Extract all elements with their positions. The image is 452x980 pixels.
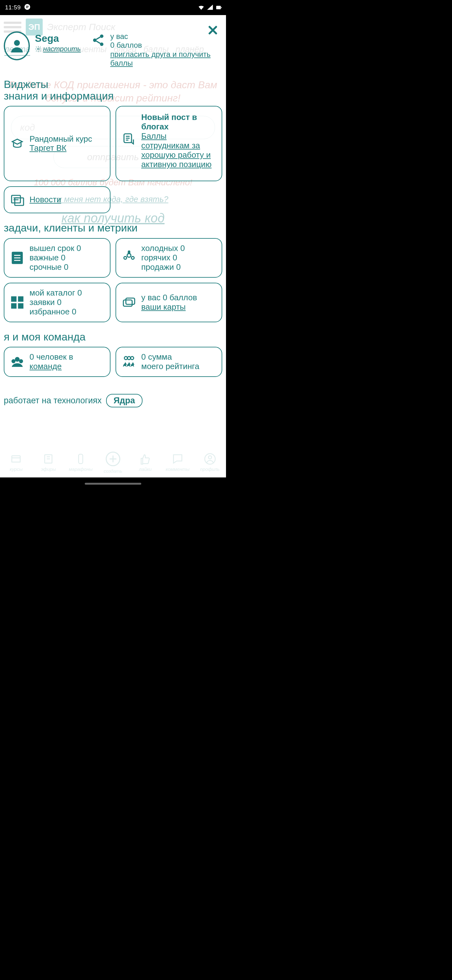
widget-points-cards[interactable]: у вас 0 баллов ваши карты (116, 283, 222, 322)
team-link[interactable]: команде (30, 361, 62, 371)
catalog-requests: заявки 0 (30, 298, 82, 307)
widget-random-course[interactable]: Рандомный курс Таргет ВК (4, 106, 111, 181)
grid-icon (10, 294, 25, 310)
course-icon (10, 136, 25, 151)
widget-team-count[interactable]: 0 человек в команде (4, 347, 111, 377)
svg-rect-1 (216, 6, 221, 10)
svg-point-8 (14, 40, 20, 46)
widget-news[interactable]: Новости (4, 186, 111, 213)
points-label: у вас (110, 32, 222, 41)
widget-blog-post[interactable]: Новый пост в блогах Баллы сотрудникам за… (116, 106, 222, 181)
avatar[interactable] (4, 32, 30, 60)
svg-rect-15 (15, 198, 24, 205)
svg-rect-23 (12, 304, 16, 308)
checklist-icon (10, 250, 25, 266)
section-widgets-title: Виджеты знания и информация (4, 78, 222, 102)
settings-link[interactable]: настроить (35, 45, 81, 53)
gear-icon (35, 46, 42, 52)
invite-friend-link[interactable]: пригласить друга и получить баллы (110, 50, 222, 68)
team-icon (10, 354, 25, 370)
status-time: 11:59 (5, 4, 21, 11)
svg-rect-2 (221, 7, 222, 8)
news-icon (10, 192, 25, 208)
section-team-title: я и моя команда (4, 331, 222, 343)
widget-clients[interactable]: $ холодных 0 горячих 0 продажи 0 (116, 238, 222, 278)
svg-rect-25 (123, 300, 132, 306)
svg-point-29 (19, 360, 22, 363)
svg-point-9 (38, 48, 40, 50)
widget-catalog[interactable]: мой каталог 0 заявки 0 избранное 0 (4, 283, 111, 322)
share-icon[interactable] (91, 33, 105, 47)
team-count: 0 человек в (30, 352, 73, 361)
nav-home-pill[interactable] (85, 483, 141, 485)
tech-prefix: работает на технологиях (4, 396, 102, 406)
svg-point-27 (15, 358, 19, 361)
widget-rating[interactable]: 0 сумма моего рейтинга (116, 347, 222, 377)
svg-point-19 (132, 257, 134, 259)
svg-text:$: $ (128, 251, 130, 254)
svg-point-28 (12, 360, 15, 363)
wifi-icon (198, 4, 205, 11)
status-notif-icon (24, 3, 31, 12)
svg-point-10 (100, 35, 103, 38)
catalog-count: мой каталог 0 (30, 288, 82, 298)
widgets-overlay: Sega настроить у вас 0 баллов пригласить… (0, 15, 226, 477)
battery-icon (215, 4, 222, 11)
signal-icon (206, 4, 213, 11)
svg-point-31 (127, 356, 130, 360)
clients-icon: $ (121, 250, 137, 266)
svg-rect-22 (19, 297, 23, 301)
rating-label: моего рейтинга (141, 362, 199, 371)
rating-icon (121, 354, 137, 370)
tasks-urgent: срочные 0 (30, 262, 81, 272)
cards-icon (121, 294, 137, 310)
catalog-fav: избранное 0 (30, 307, 82, 317)
svg-rect-24 (19, 304, 23, 308)
profile-name: Sega (35, 33, 81, 44)
clients-cold: холодных 0 (141, 244, 185, 253)
svg-point-32 (130, 356, 134, 360)
tech-pill[interactable]: Ядра (106, 394, 143, 407)
svg-point-11 (93, 39, 97, 42)
svg-point-18 (124, 257, 127, 259)
blog-icon (121, 131, 137, 147)
system-nav-bar (0, 477, 226, 490)
svg-rect-26 (126, 298, 135, 304)
clients-sales: продажи 0 (141, 262, 185, 272)
widget-blog-title: Новый пост в блогах (141, 113, 217, 132)
svg-rect-21 (12, 297, 16, 301)
section-tasks-title: задачи, клиенты и метрики (4, 222, 222, 234)
svg-point-12 (100, 42, 103, 46)
widget-news-link[interactable]: Новости (30, 195, 61, 204)
points-value: 0 баллов (110, 41, 222, 49)
tasks-expired: вышел срок 0 (30, 244, 81, 253)
tasks-important: важные 0 (30, 253, 81, 262)
widget-course-title: Рандомный курс (30, 134, 92, 144)
svg-rect-14 (12, 196, 21, 203)
clients-hot: горячих 0 (141, 253, 185, 262)
rating-sum: 0 сумма (141, 352, 199, 362)
widget-blog-link[interactable]: Баллы сотрудникам за хорошую работу и ак… (141, 132, 217, 169)
points-balance: у вас 0 баллов (141, 293, 197, 302)
your-cards-link[interactable]: ваши карты (141, 302, 197, 312)
svg-point-30 (124, 356, 127, 360)
widget-course-link[interactable]: Таргет ВК (30, 143, 92, 153)
close-button[interactable] (206, 23, 220, 37)
widget-tasks[interactable]: вышел срок 0 важные 0 срочные 0 (4, 238, 111, 278)
